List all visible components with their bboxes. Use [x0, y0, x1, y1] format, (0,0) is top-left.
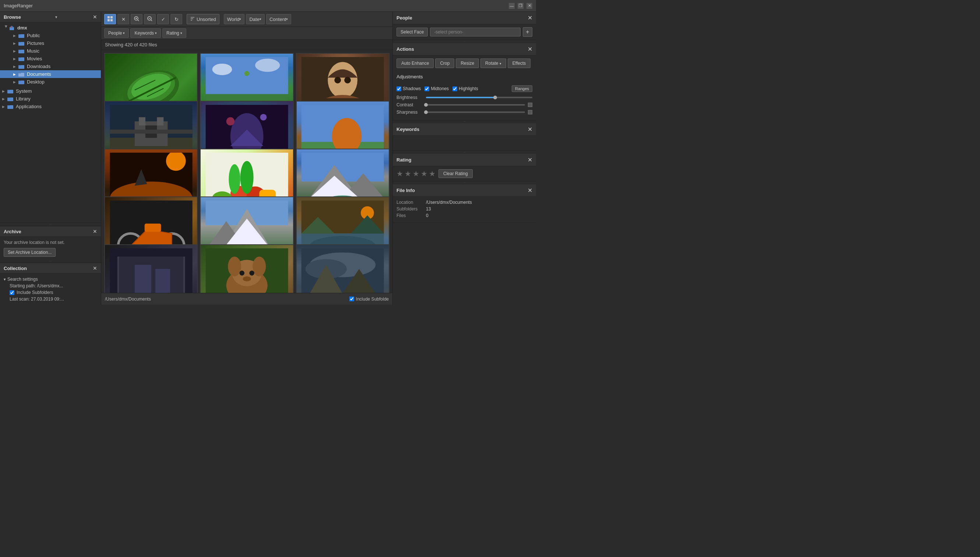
tree-item-documents[interactable]: ▶ Documents	[0, 70, 101, 78]
resize-handle-1[interactable]: ···	[0, 223, 101, 226]
close-button[interactable]: ✕	[526, 3, 532, 9]
star-2[interactable]: ★	[405, 169, 411, 178]
gallery-item-13[interactable]	[200, 244, 293, 293]
content-button[interactable]: Content ▾	[266, 14, 292, 24]
minimize-button[interactable]: —	[509, 3, 514, 9]
restore-button[interactable]: ❐	[518, 3, 524, 9]
browse-panel-header: Browse ▾ ✕	[0, 12, 101, 23]
sharpness-checkbox[interactable]	[528, 110, 532, 114]
set-archive-location-button[interactable]: Set Archive Location...	[4, 248, 56, 257]
zoom-out-button[interactable]	[144, 14, 156, 24]
include-subfolders-checkbox[interactable]	[10, 290, 15, 295]
brightness-thumb[interactable]	[493, 96, 497, 99]
resize-button[interactable]: Resize	[456, 59, 479, 68]
keywords-panel: Keywords ✕	[393, 123, 536, 151]
grid-icon	[107, 16, 113, 23]
select-button[interactable]: ✕	[118, 14, 129, 24]
resize-handle-rating[interactable]: ···	[393, 181, 536, 184]
tree-item-music[interactable]: ▶ Music	[0, 47, 101, 55]
refresh-button[interactable]: ↻	[170, 14, 182, 24]
file-info-location-row: Location /Users/dmx/Documents	[397, 200, 532, 205]
grid-view-button[interactable]	[104, 14, 116, 24]
check-button[interactable]: ✓	[157, 14, 169, 24]
tree-item-desktop[interactable]: ▶ Desktop	[0, 78, 101, 86]
people-controls: Select Face -select person- +	[397, 27, 532, 37]
star-3[interactable]: ★	[413, 169, 419, 178]
browse-expand-arrow[interactable]: ▾	[55, 15, 57, 19]
resize-handle-actions[interactable]: ···	[393, 120, 536, 123]
sharpness-thumb[interactable]	[424, 111, 428, 114]
people-filter-label: People	[108, 31, 122, 36]
crop-button[interactable]: Crop	[435, 59, 454, 68]
resize-handle-people[interactable]: ···	[393, 40, 536, 43]
search-settings-label: Search settings	[7, 277, 38, 282]
sort-dropdown[interactable]: Unsorted	[187, 14, 219, 24]
tree-item-downloads[interactable]: ▶ Downloads	[0, 62, 101, 70]
resize-handle-keywords[interactable]: ···	[393, 151, 536, 154]
star-1[interactable]: ★	[397, 169, 403, 178]
last-scan-label: Last scan: 27.03.2019 09:...	[10, 296, 64, 302]
contrast-thumb[interactable]	[424, 103, 428, 107]
contrast-checkbox[interactable]	[528, 103, 532, 107]
tree-item-pictures[interactable]: ▶ Pictures	[0, 39, 101, 47]
rating-filter-button[interactable]: Rating ▾	[162, 28, 186, 38]
content-dropdown-arrow: ▾	[286, 17, 288, 21]
contrast-track[interactable]	[426, 104, 525, 106]
ranges-button[interactable]: Ranges	[512, 85, 532, 92]
file-info-content: Location /Users/dmx/Documents Subfolders…	[393, 197, 536, 223]
tree-item-applications[interactable]: ▶ Applications	[0, 103, 101, 111]
shadows-checkbox[interactable]	[397, 86, 401, 91]
tree-item-dmx[interactable]: ▶ dmx	[0, 24, 101, 32]
star-4[interactable]: ★	[421, 169, 428, 178]
people-panel-close-button[interactable]: ✕	[528, 15, 532, 21]
browse-close-button[interactable]: ✕	[93, 14, 97, 20]
sharpness-track[interactable]	[426, 111, 525, 113]
desktop-label: Desktop	[27, 79, 44, 85]
highlights-checkbox[interactable]	[452, 86, 457, 91]
star-5[interactable]: ★	[429, 169, 436, 178]
gallery-item-14[interactable]	[296, 244, 389, 293]
svg-point-50	[334, 77, 341, 83]
footer-subfolders-checkbox[interactable]	[350, 296, 354, 301]
people-filter-button[interactable]: People ▾	[104, 28, 129, 38]
rating-title: Rating	[397, 157, 411, 163]
keywords-filter-label: Keywords	[134, 31, 154, 36]
date-button[interactable]: Date ▾	[246, 14, 264, 24]
clear-rating-button[interactable]: Clear Rating	[438, 169, 473, 178]
select-person-dropdown[interactable]: -select person-	[430, 28, 521, 36]
midtones-checkbox[interactable]	[425, 86, 429, 91]
tree-item-library[interactable]: ▶ Library	[0, 95, 101, 103]
tree-item-movies[interactable]: ▶ Movies	[0, 55, 101, 62]
archive-close-button[interactable]: ✕	[93, 228, 97, 235]
file-info-panel-close-button[interactable]: ✕	[528, 187, 532, 194]
tree-item-public[interactable]: ▶ Public	[0, 32, 101, 39]
brightness-fill	[426, 97, 495, 98]
resize-handle-2[interactable]: ···	[0, 260, 101, 263]
actions-title: Actions	[397, 46, 414, 52]
keywords-filter-button[interactable]: Keywords ▾	[130, 28, 161, 38]
footer-path: /Users/dmx/Documents	[105, 296, 151, 302]
rotate-button[interactable]: Rotate ▾	[480, 59, 506, 68]
system-arrow: ▶	[2, 90, 7, 93]
public-label: Public	[27, 33, 40, 38]
select-face-button[interactable]: Select Face	[397, 28, 428, 36]
tree-item-system[interactable]: ▶ System	[0, 87, 101, 95]
content-label: Content	[270, 16, 286, 22]
archive-title: Archive	[4, 229, 21, 235]
collection-close-button[interactable]: ✕	[93, 265, 97, 271]
rating-panel-close-button[interactable]: ✕	[528, 156, 532, 163]
svg-point-114	[249, 271, 254, 275]
add-person-button[interactable]: +	[523, 27, 532, 37]
auto-enhance-button[interactable]: Auto Enhance	[397, 59, 434, 68]
effects-button[interactable]: Effects	[508, 59, 531, 68]
svg-point-45	[245, 71, 249, 76]
actions-panel-close-button[interactable]: ✕	[528, 46, 532, 53]
world-button[interactable]: World ▾	[224, 14, 245, 24]
brightness-track[interactable]	[426, 97, 532, 98]
downloads-label: Downloads	[27, 64, 51, 69]
gallery-item-12[interactable]	[104, 244, 198, 293]
keywords-panel-close-button[interactable]: ✕	[528, 126, 532, 133]
zoom-in-button[interactable]	[131, 14, 142, 24]
file-info-panel: File Info ✕ Location /Users/dmx/Document…	[393, 184, 536, 223]
left-sidebar: Browse ▾ ✕ ▶ dmx	[0, 12, 101, 305]
